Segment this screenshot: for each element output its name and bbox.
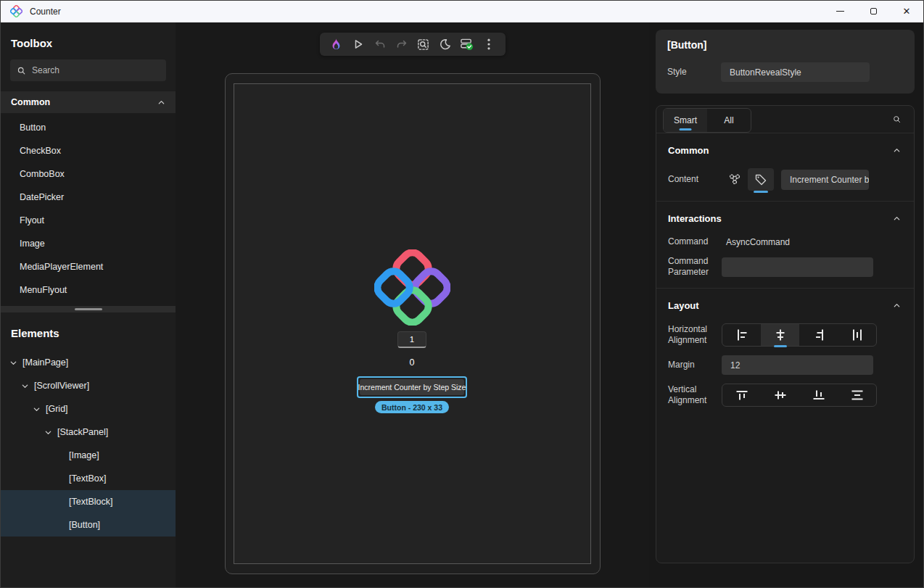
chevron-down-icon[interactable] bbox=[9, 359, 17, 367]
tree-item-label: [Button] bbox=[69, 520, 100, 530]
elements-tree-item[interactable]: [TextBox] bbox=[1, 467, 176, 490]
command-parameter-input[interactable] bbox=[722, 257, 873, 277]
command-parameter-label: Command Parameter bbox=[668, 256, 722, 278]
elements-tree-item-button[interactable]: [Button] bbox=[1, 513, 176, 537]
margin-label: Margin bbox=[668, 360, 722, 370]
vertical-alignment-group bbox=[722, 384, 877, 407]
valign-top-button[interactable] bbox=[722, 384, 761, 406]
chevron-down-icon[interactable] bbox=[21, 382, 29, 390]
zoom-to-fit-icon[interactable] bbox=[413, 34, 434, 54]
toolbox-item[interactable]: MediaPlayerElement bbox=[1, 255, 176, 278]
valign-stretch-button[interactable] bbox=[838, 384, 876, 406]
align-left-icon bbox=[735, 329, 748, 341]
step-size-textbox[interactable]: 1 bbox=[397, 331, 426, 348]
align-center-vertical-icon bbox=[775, 389, 786, 402]
search-properties-icon[interactable] bbox=[893, 115, 901, 123]
chevron-up-icon[interactable] bbox=[893, 215, 901, 223]
toolbox-item[interactable]: ComboBox bbox=[1, 162, 176, 186]
selected-element-name: [Button] bbox=[667, 39, 903, 51]
toolbox-item[interactable]: MenuFlyout bbox=[1, 278, 176, 302]
command-value[interactable]: AsyncCommand bbox=[726, 237, 790, 247]
close-button[interactable]: ✕ bbox=[890, 1, 923, 22]
valign-center-button[interactable] bbox=[761, 384, 799, 406]
tab-smart[interactable]: Smart bbox=[664, 109, 707, 132]
valign-bottom-button[interactable] bbox=[799, 384, 838, 406]
halign-right-button[interactable] bbox=[799, 324, 838, 346]
content-binding-mode-button[interactable] bbox=[722, 168, 748, 191]
style-label: Style bbox=[667, 67, 721, 78]
elements-tree-item[interactable]: [Grid] bbox=[1, 397, 176, 421]
section-common: Common Content bbox=[656, 133, 914, 202]
toolbox-section-label: Common bbox=[11, 97, 50, 107]
toolbox-item[interactable]: Image bbox=[1, 232, 176, 255]
toolbox-item[interactable]: Button bbox=[1, 116, 176, 139]
toolbox-item[interactable]: CheckBox bbox=[1, 139, 176, 162]
minimize-icon bbox=[836, 11, 844, 12]
app-logo-icon bbox=[10, 5, 22, 17]
tag-icon bbox=[754, 173, 767, 186]
connection-status-icon[interactable] bbox=[456, 34, 478, 54]
halign-center-button[interactable] bbox=[761, 324, 799, 346]
elements-title: Elements bbox=[1, 312, 176, 348]
selection-outline: Increment Counter by Step Size bbox=[357, 376, 467, 398]
align-bottom-icon bbox=[813, 389, 825, 402]
properties-card: Smart All Common Content bbox=[656, 105, 915, 563]
section-interactions-title: Interactions bbox=[668, 213, 722, 224]
tab-all[interactable]: All bbox=[707, 109, 751, 132]
align-right-icon bbox=[812, 329, 825, 341]
align-top-icon bbox=[736, 389, 748, 402]
chevron-up-icon[interactable] bbox=[893, 146, 901, 154]
play-icon[interactable] bbox=[347, 34, 369, 54]
hot-reload-flame-icon[interactable] bbox=[326, 34, 347, 54]
elements-tree-item[interactable]: [ScrollViewer] bbox=[1, 374, 176, 397]
designer-toolbar bbox=[320, 33, 506, 56]
command-label: Command bbox=[668, 236, 722, 247]
horizontal-alignment-label: Horizontal Alignment bbox=[668, 324, 722, 346]
toolbox-item[interactable]: Flyout bbox=[1, 209, 176, 232]
panel-splitter[interactable] bbox=[1, 306, 176, 312]
minimize-button[interactable] bbox=[823, 1, 857, 22]
toolbox-section-common[interactable]: Common bbox=[1, 91, 176, 113]
app-page-canvas[interactable]: 1 0 Increment Counter by Step Size Butto… bbox=[234, 83, 591, 564]
uno-logo-image[interactable] bbox=[374, 249, 450, 326]
redo-icon[interactable] bbox=[391, 34, 413, 54]
toolbox-item-list: Button CheckBox ComboBox DatePicker Flyo… bbox=[1, 113, 176, 306]
splitter-grip bbox=[75, 308, 102, 310]
selected-element-card: [Button] Style ButtonRevealStyle bbox=[656, 30, 915, 94]
elements-tree-item[interactable]: [Image] bbox=[1, 444, 176, 467]
halign-left-button[interactable] bbox=[722, 324, 761, 346]
section-layout-title: Layout bbox=[668, 300, 699, 311]
toolbox-title: Toolbox bbox=[1, 22, 176, 58]
chevron-up-icon[interactable] bbox=[893, 302, 901, 310]
maximize-icon bbox=[870, 8, 877, 15]
chevron-down-icon[interactable] bbox=[44, 428, 52, 436]
chevron-up-icon[interactable] bbox=[157, 99, 165, 107]
toolbox-search-placeholder: Search bbox=[32, 65, 59, 75]
close-icon: ✕ bbox=[903, 7, 911, 16]
property-tabs: Smart All bbox=[663, 108, 751, 133]
elements-tree-item[interactable]: [MainPage] bbox=[1, 351, 176, 374]
properties-panel: [Button] Style ButtonRevealStyle Smart A… bbox=[649, 22, 923, 588]
section-interactions: Interactions Command AsyncCommand Comman… bbox=[656, 202, 914, 289]
halign-stretch-button[interactable] bbox=[838, 324, 876, 346]
counter-textblock: 0 bbox=[410, 357, 415, 368]
more-options-icon[interactable] bbox=[478, 34, 500, 54]
theme-moon-icon[interactable] bbox=[434, 34, 456, 54]
toolbox-search-input[interactable]: Search bbox=[10, 59, 166, 81]
section-common-title: Common bbox=[668, 145, 709, 156]
margin-input[interactable]: 12 bbox=[722, 355, 873, 375]
elements-tree-item[interactable]: [StackPanel] bbox=[1, 421, 176, 444]
content-literal-mode-button[interactable] bbox=[748, 168, 774, 191]
horizontal-alignment-group bbox=[722, 323, 877, 347]
content-value-input[interactable]: Increment Counter by bbox=[781, 170, 869, 190]
align-stretch-horizontal-icon bbox=[851, 329, 864, 341]
binding-icon bbox=[728, 173, 741, 186]
maximize-button[interactable] bbox=[857, 1, 890, 22]
vertical-alignment-label: Vertical Alignment bbox=[668, 384, 722, 406]
chevron-down-icon[interactable] bbox=[33, 405, 41, 413]
style-input[interactable]: ButtonRevealStyle bbox=[721, 62, 870, 82]
elements-tree-item[interactable]: [TextBlock] bbox=[1, 490, 176, 513]
toolbox-item[interactable]: DatePicker bbox=[1, 186, 176, 209]
increment-button[interactable]: Increment Counter by Step Size bbox=[360, 379, 464, 395]
undo-icon[interactable] bbox=[369, 34, 391, 54]
